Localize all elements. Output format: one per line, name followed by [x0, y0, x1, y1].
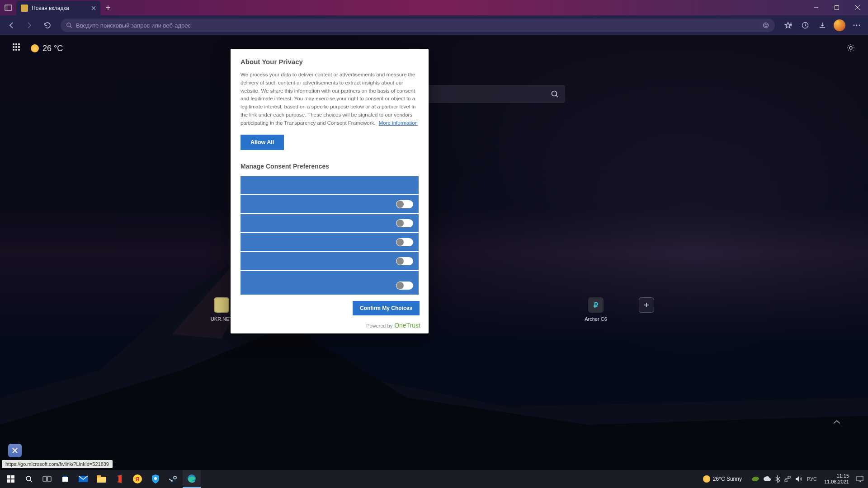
taskbar-search-button[interactable] — [20, 470, 38, 488]
allow-all-button[interactable]: Allow All — [241, 135, 284, 150]
svg-rect-42 — [857, 476, 863, 481]
svg-point-35 — [154, 477, 157, 480]
svg-point-13 — [854, 25, 855, 26]
svg-rect-29 — [43, 477, 47, 481]
more-information-link[interactable]: More information — [379, 119, 418, 127]
tracking-prevention-icon[interactable] — [762, 22, 769, 29]
svg-rect-24 — [11, 475, 14, 479]
favorites-button[interactable] — [780, 18, 796, 33]
tab-title: Новая вкладка — [32, 5, 69, 11]
tab-favicon — [21, 5, 28, 12]
sun-icon — [703, 475, 710, 483]
close-window-button[interactable] — [847, 0, 868, 15]
tab-actions-button[interactable] — [0, 4, 16, 11]
status-bar-link: https://go.microsoft.com/fwlink/?LinkId=… — [2, 460, 113, 468]
tray-notifications-icon[interactable] — [856, 475, 863, 483]
new-tab-page: 26 °C Search the UKR.NETRuTracker.orghtt… — [0, 35, 868, 470]
manage-heading: Manage Consent Preferences — [241, 163, 419, 170]
svg-line-5 — [70, 26, 72, 28]
close-icon[interactable] — [91, 6, 96, 10]
consent-category-row[interactable] — [241, 195, 419, 213]
taskbar-app-yandex[interactable]: Я — [128, 470, 146, 488]
tray-clock[interactable]: 11:15 11.08.2021 — [824, 473, 849, 484]
consent-toggle[interactable] — [396, 238, 413, 246]
consent-category-row[interactable] — [241, 271, 419, 295]
address-bar[interactable]: Введите поисковый запрос или веб-адрес — [61, 19, 775, 32]
powered-by: Powered byOneTrust — [231, 322, 429, 333]
svg-rect-23 — [7, 475, 10, 479]
tray-weather-text: 26°C Sunny — [713, 476, 742, 482]
refresh-button[interactable] — [40, 18, 55, 33]
svg-rect-40 — [785, 480, 787, 482]
svg-rect-31 — [62, 477, 68, 482]
svg-rect-34 — [97, 475, 101, 478]
tray-language[interactable]: РУС — [807, 476, 817, 482]
tray-cloud-icon[interactable] — [764, 476, 771, 482]
task-view-button[interactable] — [38, 470, 56, 488]
avatar — [834, 19, 845, 31]
consent-category-row[interactable] — [241, 233, 419, 251]
forward-button[interactable] — [22, 18, 37, 33]
browser-toolbar: Введите поисковый запрос или веб-адрес — [0, 15, 868, 35]
history-button[interactable] — [797, 18, 813, 33]
privacy-modal: About Your Privacy We process your data … — [231, 49, 429, 333]
browser-tab[interactable]: Новая вкладка — [16, 1, 100, 15]
svg-line-28 — [30, 480, 32, 482]
start-button[interactable] — [2, 470, 20, 488]
profile-button[interactable] — [832, 18, 847, 33]
svg-rect-41 — [788, 476, 790, 478]
svg-rect-3 — [835, 6, 839, 10]
address-bar-placeholder: Введите поисковый запрос или веб-адрес — [76, 22, 191, 29]
window-titlebar: Новая вкладка — [0, 0, 868, 15]
svg-rect-0 — [5, 5, 11, 10]
svg-rect-25 — [7, 479, 10, 483]
tray-nvidia-icon[interactable] — [752, 476, 759, 482]
svg-marker-7 — [764, 23, 768, 27]
svg-point-27 — [26, 476, 31, 481]
search-icon — [66, 22, 72, 28]
modal-backdrop — [0, 35, 868, 470]
windows-taskbar: Я 26°C Sunny РУС 11:15 11.08.2021 — [0, 470, 868, 488]
taskbar-app-edge[interactable] — [183, 470, 201, 488]
taskbar-app-explorer[interactable] — [92, 470, 110, 488]
modal-title: About Your Privacy — [241, 58, 419, 66]
menu-button[interactable] — [849, 18, 864, 33]
consent-toggle[interactable] — [396, 282, 413, 290]
tray-weather[interactable]: 26°C Sunny — [703, 475, 742, 483]
svg-marker-8 — [785, 22, 791, 28]
svg-point-36 — [169, 474, 178, 483]
svg-point-4 — [67, 23, 71, 27]
svg-point-15 — [859, 25, 860, 26]
dismiss-bubble[interactable] — [8, 444, 22, 457]
taskbar-app-security[interactable] — [146, 470, 165, 488]
consent-toggle[interactable] — [396, 257, 413, 265]
taskbar-app-store[interactable] — [56, 470, 74, 488]
tray-bluetooth-icon[interactable] — [775, 475, 780, 483]
tray-network-icon[interactable] — [784, 476, 791, 482]
modal-body: We process your data to deliver content … — [241, 72, 415, 126]
consent-toggle[interactable] — [396, 219, 413, 227]
svg-rect-30 — [47, 477, 51, 481]
confirm-choices-button[interactable]: Confirm My Choices — [353, 301, 420, 315]
svg-rect-26 — [11, 479, 14, 483]
taskbar-app-office[interactable] — [110, 470, 128, 488]
consent-category-row[interactable] — [241, 214, 419, 232]
downloads-button[interactable] — [815, 18, 830, 33]
new-tab-button[interactable] — [100, 5, 116, 10]
taskbar-app-steam[interactable] — [165, 470, 183, 488]
tray-volume-icon[interactable] — [795, 476, 802, 482]
back-button[interactable] — [4, 18, 19, 33]
consent-category-row[interactable] — [241, 252, 419, 270]
taskbar-app-mail[interactable] — [74, 470, 92, 488]
consent-category-row[interactable] — [241, 176, 419, 194]
minimize-button[interactable] — [806, 0, 826, 15]
maximize-button[interactable] — [826, 0, 847, 15]
svg-point-14 — [856, 25, 858, 26]
consent-toggle[interactable] — [396, 200, 413, 208]
